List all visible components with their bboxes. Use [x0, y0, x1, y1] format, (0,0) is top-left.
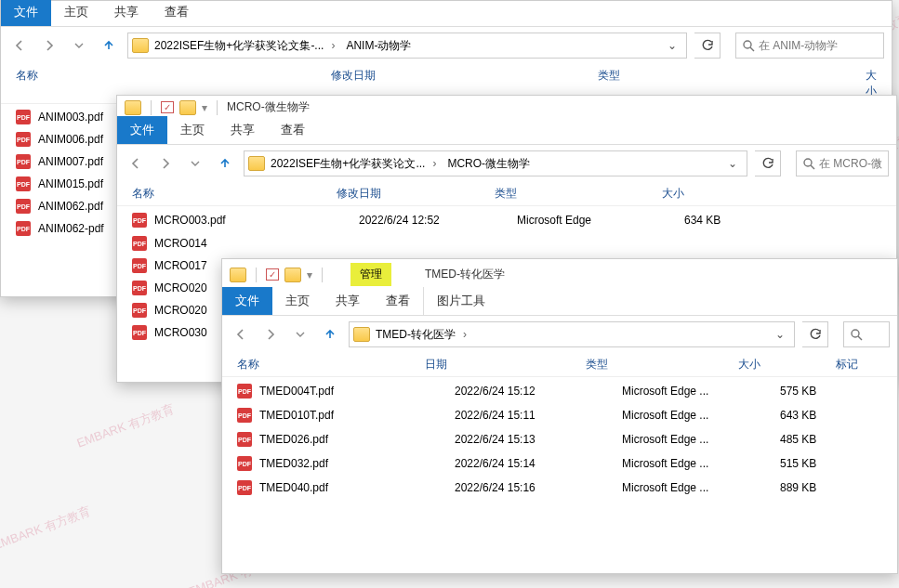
address-bar[interactable]: 2022ISEF生物+化学获奖论文... MCRO-微生物学 ⌄ — [244, 150, 747, 176]
file-date: 2022/6/24 15:13 — [455, 433, 622, 446]
tab-view[interactable]: 查看 — [373, 287, 423, 315]
col-date[interactable]: 修改日期 — [337, 186, 495, 202]
col-size[interactable]: 大小 — [738, 357, 837, 372]
nav-forward-button[interactable] — [154, 152, 177, 175]
pdf-icon — [132, 303, 147, 318]
tab-home[interactable]: 主页 — [167, 116, 218, 144]
qat-checkbox-icon[interactable]: ✓ — [266, 268, 279, 281]
file-type: Microsoft Edge ... — [622, 409, 780, 422]
file-date: 2022/6/24 15:11 — [455, 409, 622, 422]
nav-back-button[interactable] — [125, 152, 147, 175]
file-size: 515 KB — [780, 457, 882, 470]
tab-file[interactable]: 文件 — [117, 116, 167, 144]
pdf-icon — [16, 110, 31, 124]
nav-up-button[interactable] — [214, 152, 236, 175]
tab-picture-tools[interactable]: 图片工具 — [423, 287, 498, 315]
breadcrumb-seg2[interactable]: MCRO-微生物学 — [442, 151, 535, 176]
ribbon-tabs: 文件 主页 共享 查看 图片工具 — [222, 290, 897, 316]
file-type: Microsoft Edge ... — [622, 481, 780, 494]
refresh-button[interactable] — [755, 150, 781, 176]
table-row[interactable]: MCRO014 — [132, 232, 889, 255]
explorer-window-tmed: ✓ ▾ 管理 TMED-转化医学 文件 主页 共享 查看 图片工具 TMED-转… — [221, 258, 898, 574]
tab-share[interactable]: 共享 — [101, 0, 152, 26]
tab-view[interactable]: 查看 — [152, 0, 202, 26]
breadcrumb-seg2[interactable]: ANIM-动物学 — [340, 33, 416, 58]
search-box[interactable]: 在 ANIM-动物学 — [735, 33, 884, 59]
search-placeholder: 在 ANIM-动物学 — [759, 38, 838, 54]
watermark: EMBARK 有方教育 — [74, 401, 177, 452]
nav-forward-button[interactable] — [259, 323, 282, 346]
pdf-icon — [16, 176, 31, 191]
ribbon-tabs: 文件 主页 共享 查看 — [117, 119, 896, 145]
tab-share[interactable]: 共享 — [218, 116, 268, 144]
pdf-icon — [16, 132, 31, 147]
search-box[interactable] — [843, 321, 890, 347]
nav-recent-dropdown[interactable] — [289, 323, 311, 346]
table-row[interactable]: TMED010T.pdf2022/6/24 15:11Microsoft Edg… — [237, 403, 890, 427]
pdf-icon — [16, 154, 31, 169]
table-row[interactable]: TMED004T.pdf2022/6/24 15:12Microsoft Edg… — [237, 379, 890, 403]
refresh-button[interactable] — [694, 33, 721, 59]
search-placeholder: 在 MCRO-微 — [819, 156, 882, 172]
nav-forward-button[interactable] — [38, 34, 60, 57]
svg-point-1 — [804, 159, 812, 166]
qat-folder-icon[interactable] — [179, 100, 196, 115]
refresh-button[interactable] — [802, 321, 828, 347]
file-name: ANIM015.pdf — [38, 177, 103, 190]
search-box[interactable]: 在 MCRO-微 — [796, 150, 889, 176]
file-size: 485 KB — [780, 433, 882, 446]
tab-file[interactable]: 文件 — [222, 287, 272, 315]
nav-up-button[interactable] — [98, 34, 120, 57]
separator — [256, 268, 257, 282]
nav-recent-dropdown[interactable] — [184, 152, 206, 175]
file-size: 643 KB — [780, 409, 882, 422]
address-dropdown[interactable]: ⌄ — [662, 39, 682, 52]
file-name: ANIM003.pdf — [38, 111, 103, 124]
qat-checkbox-icon[interactable]: ✓ — [161, 101, 174, 113]
breadcrumb-seg1[interactable]: TMED-转化医学 — [370, 322, 472, 346]
tab-share[interactable]: 共享 — [323, 287, 373, 315]
nav-row: 2022ISEF生物+化学获奖论文集-... ANIM-动物学 ⌄ 在 ANIM… — [1, 27, 892, 64]
col-date[interactable]: 日期 — [425, 357, 586, 372]
nav-up-button[interactable] — [319, 323, 341, 346]
col-name[interactable]: 名称 — [132, 186, 337, 202]
pdf-icon — [237, 432, 252, 447]
tab-view[interactable]: 查看 — [268, 116, 318, 144]
search-icon — [850, 328, 863, 341]
file-date: 2022/6/24 15:12 — [455, 385, 622, 398]
file-name: ANIM007.pdf — [38, 155, 103, 168]
pdf-icon — [237, 384, 252, 399]
context-tab-manage[interactable]: 管理 — [350, 263, 391, 286]
column-headers: 名称 修改日期 类型 大小 — [117, 182, 896, 206]
address-dropdown[interactable]: ⌄ — [722, 157, 743, 170]
nav-recent-dropdown[interactable] — [68, 34, 90, 57]
col-type[interactable]: 类型 — [586, 357, 737, 372]
qat-folder-icon[interactable] — [284, 268, 301, 282]
file-name: MCRO014 — [154, 237, 359, 250]
file-size: 634 KB — [684, 214, 768, 227]
file-type: Microsoft Edge — [517, 214, 684, 227]
tab-home[interactable]: 主页 — [51, 0, 101, 26]
address-dropdown[interactable]: ⌄ — [770, 328, 790, 341]
nav-back-button[interactable] — [230, 323, 252, 346]
breadcrumb-seg1[interactable]: 2022ISEF生物+化学获奖论文... — [265, 151, 442, 176]
address-bar[interactable]: 2022ISEF生物+化学获奖论文集-... ANIM-动物学 ⌄ — [127, 33, 687, 59]
table-row[interactable]: TMED026.pdf2022/6/24 15:13Microsoft Edge… — [237, 427, 890, 451]
pdf-icon — [132, 236, 147, 251]
col-size[interactable]: 大小 — [662, 186, 746, 202]
table-row[interactable]: MCRO003.pdf 2022/6/24 12:52 Microsoft Ed… — [132, 208, 889, 232]
file-type: Microsoft Edge ... — [622, 385, 780, 398]
pdf-icon — [132, 325, 147, 340]
breadcrumb-seg1[interactable]: 2022ISEF生物+化学获奖论文集-... — [149, 33, 340, 58]
table-row[interactable]: TMED032.pdf2022/6/24 15:14Microsoft Edge… — [237, 451, 890, 476]
col-name[interactable]: 名称 — [237, 357, 425, 372]
col-type[interactable]: 类型 — [495, 186, 662, 202]
folder-icon — [248, 156, 265, 171]
col-tag[interactable]: 标记 — [836, 357, 890, 372]
tab-home[interactable]: 主页 — [272, 287, 323, 315]
address-bar[interactable]: TMED-转化医学 ⌄ — [349, 321, 795, 347]
separator — [217, 100, 218, 115]
table-row[interactable]: TMED040.pdf2022/6/24 15:16Microsoft Edge… — [237, 476, 890, 500]
nav-back-button[interactable] — [8, 34, 31, 57]
tab-file[interactable]: 文件 — [1, 0, 51, 26]
